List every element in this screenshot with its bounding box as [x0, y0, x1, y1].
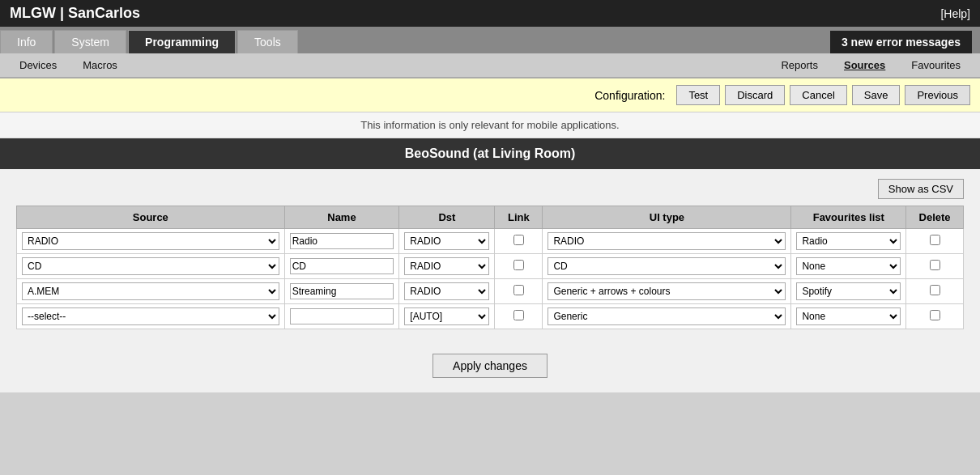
sub-link-sources[interactable]: Sources — [831, 55, 898, 75]
test-button[interactable]: Test — [676, 85, 720, 105]
uitype-select-1[interactable]: RADIOCDGenericGeneric + arrows + colours… — [548, 257, 786, 275]
sub-nav: Devices Macros Reports Sources Favourite… — [0, 53, 980, 78]
source-cell: --select--RADIOCDA.MEMTUNERSPOTIFYDEEZER… — [17, 229, 285, 254]
top-nav: Info System Programming Tools 3 new erro… — [0, 27, 980, 53]
sub-link-reports[interactable]: Reports — [768, 55, 831, 75]
table-row: --select--RADIOCDA.MEMTUNERSPOTIFYDEEZER… — [17, 254, 964, 279]
col-header-source: Source — [17, 206, 285, 229]
link-checkbox-1[interactable] — [513, 260, 524, 270]
link-checkbox-3[interactable] — [513, 310, 524, 320]
delete-checkbox-0[interactable] — [930, 235, 940, 245]
discard-button[interactable]: Discard — [725, 85, 785, 105]
config-bar: Configuration: Test Discard Cancel Save … — [0, 78, 980, 112]
tab-info[interactable]: Info — [0, 30, 53, 53]
save-button[interactable]: Save — [852, 85, 901, 105]
col-header-name: Name — [284, 206, 399, 229]
col-header-fav: Favourites list — [791, 206, 906, 229]
col-header-dst: Dst — [399, 206, 495, 229]
fav-cell: NoneRadioSpotifyDeezerCD — [791, 279, 906, 304]
fav-select-1[interactable]: NoneRadioSpotifyDeezerCD — [796, 257, 901, 275]
name-cell — [284, 279, 399, 304]
fav-cell: NoneRadioSpotifyDeezerCD — [791, 229, 906, 254]
device-body: Show as CSV Source Name Dst Link UI type… — [0, 169, 980, 339]
col-header-link: Link — [495, 206, 543, 229]
uitype-select-0[interactable]: RADIOCDGenericGeneric + arrows + colours… — [548, 232, 786, 250]
app-title: MLGW | SanCarlos — [10, 5, 140, 22]
source-select-3[interactable]: --select--RADIOCDA.MEMTUNERSPOTIFYDEEZER… — [22, 307, 279, 325]
dst-cell: RADIOCDA.MEM[AUTO]TUNER — [399, 254, 495, 279]
apply-row: Apply changes — [0, 339, 980, 392]
device-title: BeoSound (at Living Room) — [0, 138, 980, 169]
name-input-2[interactable] — [290, 283, 394, 299]
name-input-3[interactable] — [290, 308, 394, 324]
dst-select-0[interactable]: RADIOCDA.MEM[AUTO]TUNER — [404, 232, 489, 250]
table-row: --select--RADIOCDA.MEMTUNERSPOTIFYDEEZER… — [17, 229, 964, 254]
dst-select-2[interactable]: RADIOCDA.MEM[AUTO]TUNER — [404, 282, 489, 300]
fav-select-2[interactable]: NoneRadioSpotifyDeezerCD — [796, 282, 901, 300]
delete-cell — [906, 229, 964, 254]
table-row: --select--RADIOCDA.MEMTUNERSPOTIFYDEEZER… — [17, 279, 964, 304]
delete-cell — [906, 254, 964, 279]
sub-link-macros[interactable]: Macros — [70, 55, 130, 75]
dst-select-3[interactable]: RADIOCDA.MEM[AUTO]TUNER — [404, 307, 489, 325]
uitype-cell: RADIOCDGenericGeneric + arrows + colours… — [543, 229, 791, 254]
uitype-select-2[interactable]: RADIOCDGenericGeneric + arrows + colours… — [548, 282, 786, 300]
name-input-0[interactable] — [290, 233, 394, 249]
delete-checkbox-1[interactable] — [930, 260, 940, 270]
source-select-1[interactable]: --select--RADIOCDA.MEMTUNERSPOTIFYDEEZER… — [22, 257, 279, 275]
fav-cell: NoneRadioSpotifyDeezerCD — [791, 254, 906, 279]
link-cell — [495, 279, 543, 304]
name-cell — [284, 304, 399, 329]
dst-cell: RADIOCDA.MEM[AUTO]TUNER — [399, 304, 495, 329]
name-input-1[interactable] — [290, 258, 394, 274]
table-row: --select--RADIOCDA.MEMTUNERSPOTIFYDEEZER… — [17, 304, 964, 329]
delete-cell — [906, 279, 964, 304]
device-section: BeoSound (at Living Room) Show as CSV So… — [0, 138, 980, 339]
dst-cell: RADIOCDA.MEM[AUTO]TUNER — [399, 229, 495, 254]
dst-cell: RADIOCDA.MEM[AUTO]TUNER — [399, 279, 495, 304]
name-cell — [284, 254, 399, 279]
link-checkbox-0[interactable] — [513, 235, 524, 245]
config-label: Configuration: — [594, 89, 665, 102]
uitype-cell: RADIOCDGenericGeneric + arrows + colours… — [543, 279, 791, 304]
fav-select-3[interactable]: NoneRadioSpotifyDeezerCD — [796, 307, 901, 325]
name-cell — [284, 229, 399, 254]
uitype-cell: RADIOCDGenericGeneric + arrows + colours… — [543, 304, 791, 329]
source-cell: --select--RADIOCDA.MEMTUNERSPOTIFYDEEZER… — [17, 304, 285, 329]
error-badge: 3 new error messages — [830, 31, 972, 53]
tab-tools[interactable]: Tools — [237, 30, 298, 53]
sub-link-devices[interactable]: Devices — [6, 55, 70, 75]
sources-table: Source Name Dst Link UI type Favourites … — [16, 206, 964, 329]
delete-cell — [906, 304, 964, 329]
link-cell — [495, 229, 543, 254]
delete-checkbox-2[interactable] — [930, 285, 940, 295]
tab-system[interactable]: System — [54, 30, 126, 53]
source-select-0[interactable]: --select--RADIOCDA.MEMTUNERSPOTIFYDEEZER… — [22, 232, 279, 250]
sub-link-favourites[interactable]: Favourites — [898, 55, 974, 75]
previous-button[interactable]: Previous — [905, 85, 970, 105]
uitype-cell: RADIOCDGenericGeneric + arrows + colours… — [543, 254, 791, 279]
link-cell — [495, 254, 543, 279]
source-select-2[interactable]: --select--RADIOCDA.MEMTUNERSPOTIFYDEEZER… — [22, 282, 279, 300]
help-link[interactable]: [Help] — [940, 7, 970, 20]
delete-checkbox-3[interactable] — [930, 310, 940, 320]
source-cell: --select--RADIOCDA.MEMTUNERSPOTIFYDEEZER… — [17, 279, 285, 304]
source-cell: --select--RADIOCDA.MEMTUNERSPOTIFYDEEZER… — [17, 254, 285, 279]
apply-button[interactable]: Apply changes — [432, 354, 548, 378]
fav-cell: NoneRadioSpotifyDeezerCD — [791, 304, 906, 329]
dst-select-1[interactable]: RADIOCDA.MEM[AUTO]TUNER — [404, 257, 489, 275]
col-header-delete: Delete — [906, 206, 964, 229]
col-header-uitype: UI type — [543, 206, 791, 229]
app-header: MLGW | SanCarlos [Help] — [0, 0, 980, 27]
fav-select-0[interactable]: NoneRadioSpotifyDeezerCD — [796, 232, 901, 250]
cancel-button[interactable]: Cancel — [790, 85, 846, 105]
link-cell — [495, 304, 543, 329]
uitype-select-3[interactable]: RADIOCDGenericGeneric + arrows + colours… — [548, 307, 786, 325]
info-message: This information is only relevant for mo… — [0, 112, 980, 138]
show-csv-button[interactable]: Show as CSV — [878, 179, 964, 199]
link-checkbox-2[interactable] — [513, 285, 524, 295]
tab-programming[interactable]: Programming — [128, 30, 236, 53]
